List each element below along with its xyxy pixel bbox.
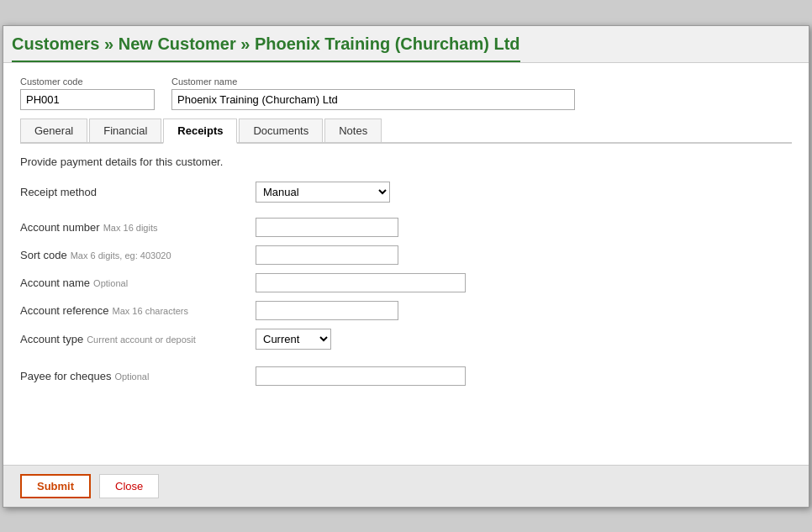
receipt-method-row: Receipt method Manual BACS Direct Debit <box>20 182 792 203</box>
modal-container: ✕ Customers » New Customer » Phoenix Tra… <box>3 25 809 508</box>
sort-code-row: Sort codeMax 6 digits, eg: 403020 <box>20 245 792 265</box>
receipts-tab-content: Provide payment details for this custome… <box>20 144 792 406</box>
submit-button[interactable]: Submit <box>20 474 91 498</box>
account-name-label: Account nameOptional <box>20 277 256 289</box>
customer-name-group: Customer name <box>171 76 575 110</box>
modal-header: Customers » New Customer » Phoenix Train… <box>3 26 809 63</box>
modal-footer: Submit Close <box>3 465 809 507</box>
sort-code-input[interactable] <box>256 245 398 265</box>
customer-code-group: Customer code <box>20 76 155 110</box>
receipt-method-select[interactable]: Manual BACS Direct Debit <box>256 182 390 203</box>
tab-receipts[interactable]: Receipts <box>163 119 237 144</box>
account-number-input[interactable] <box>256 218 398 237</box>
customer-code-input[interactable] <box>20 89 155 110</box>
account-reference-label: Account referenceMax 16 characters <box>20 304 256 317</box>
breadcrumb: Customers » New Customer » Phoenix Train… <box>12 34 520 62</box>
customer-name-label: Customer name <box>171 76 575 87</box>
tab-financial[interactable]: Financial <box>89 119 161 142</box>
account-number-row: Account numberMax 16 digits <box>20 218 792 237</box>
tab-general[interactable]: General <box>20 119 87 142</box>
tabs-row: General Financial Receipts Documents Not… <box>20 119 792 144</box>
modal-body: Customer code Customer name General Fina… <box>3 63 809 465</box>
account-type-row: Account typeCurrent account or deposit C… <box>20 329 792 350</box>
customer-name-input[interactable] <box>171 89 575 110</box>
account-type-select[interactable]: Current Deposit <box>256 329 331 350</box>
account-number-label: Account numberMax 16 digits <box>20 221 256 234</box>
payee-cheques-input[interactable] <box>256 366 466 386</box>
payee-cheques-row: Payee for chequesOptional <box>20 366 792 386</box>
account-reference-input[interactable] <box>256 301 398 320</box>
sort-code-label: Sort codeMax 6 digits, eg: 403020 <box>20 249 256 261</box>
tab-notes[interactable]: Notes <box>324 119 382 142</box>
receipt-method-label: Receipt method <box>20 186 256 198</box>
account-name-row: Account nameOptional <box>20 273 792 292</box>
account-type-label: Account typeCurrent account or deposit <box>20 333 256 345</box>
account-reference-row: Account referenceMax 16 characters <box>20 301 792 320</box>
customer-code-label: Customer code <box>20 76 155 87</box>
payee-cheques-label: Payee for chequesOptional <box>20 370 256 382</box>
close-button[interactable]: Close <box>99 474 159 498</box>
tab-description: Provide payment details for this custome… <box>20 155 792 168</box>
customer-fields-row: Customer code Customer name <box>20 76 792 110</box>
account-name-input[interactable] <box>256 273 466 292</box>
tab-documents[interactable]: Documents <box>239 119 323 142</box>
